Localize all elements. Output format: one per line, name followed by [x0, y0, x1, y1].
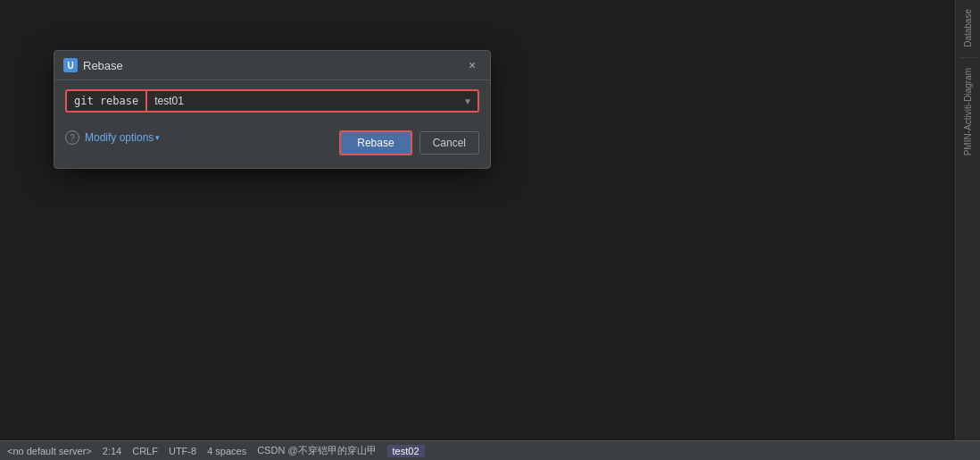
dialog-overlay: U Rebase × git rebase test01 ▼ — [0, 0, 980, 460]
modify-options-label: Modify options — [85, 131, 154, 144]
actions-row: Rebase Cancel — [339, 130, 479, 155]
status-indent: 4 spaces — [207, 446, 246, 456]
close-button[interactable]: × — [463, 56, 481, 74]
rebase-dialog: U Rebase × git rebase test01 ▼ — [54, 50, 491, 169]
rebase-button[interactable]: Rebase — [339, 130, 411, 155]
branch-select-wrapper: test01 ▼ — [147, 89, 479, 113]
status-line-ending: CRLF — [132, 446, 158, 456]
modify-options-chevron-icon: ▾ — [155, 133, 160, 142]
dialog-title: Rebase — [83, 59, 123, 72]
command-row: git rebase test01 ▼ — [65, 89, 479, 113]
status-position: 2:14 — [103, 446, 121, 456]
command-prefix: git rebase — [65, 89, 147, 113]
dialog-title-left: U Rebase — [63, 58, 123, 72]
branch-select[interactable]: test01 — [147, 89, 479, 113]
dialog-footer: ? Modify options ▾ Rebase Cancel — [65, 121, 479, 159]
options-row: ? Modify options ▾ — [65, 130, 160, 145]
dialog-body: git rebase test01 ▼ ? Modify options ▾ — [54, 80, 490, 168]
status-user: CSDN @不穿铠甲的穿山甲 — [257, 444, 376, 457]
dialog-titlebar: U Rebase × — [54, 51, 490, 80]
cancel-button[interactable]: Cancel — [419, 131, 479, 155]
status-branch[interactable]: test02 — [387, 445, 425, 457]
help-button[interactable]: ? — [65, 130, 79, 145]
status-encoding: UTF-8 — [169, 446, 196, 456]
status-bar: <no default server> 2:14 CRLF UTF-8 4 sp… — [0, 440, 980, 460]
dialog-icon: U — [63, 58, 78, 72]
modify-options-link[interactable]: Modify options ▾ — [85, 131, 160, 144]
status-server: <no default server> — [7, 446, 92, 456]
